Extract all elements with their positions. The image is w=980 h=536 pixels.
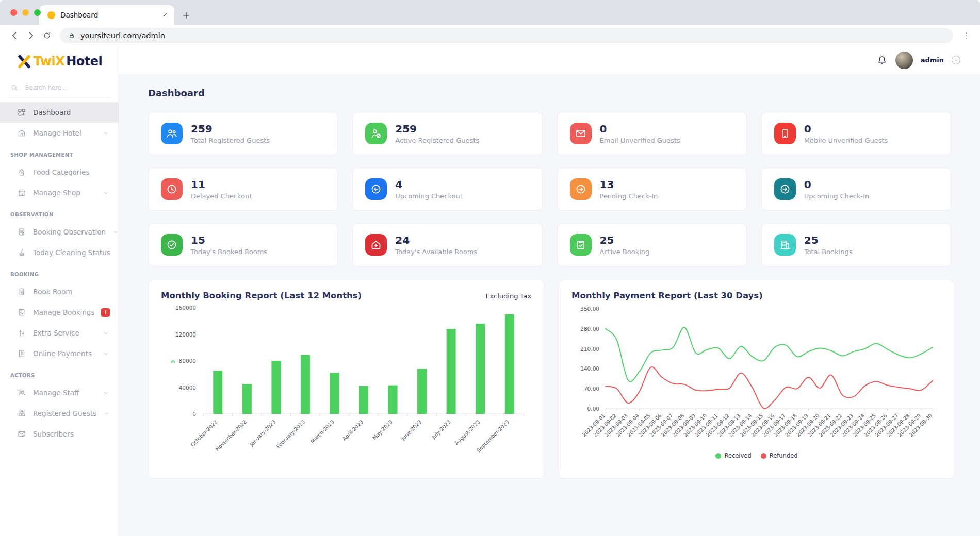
user-check-icon xyxy=(365,123,387,144)
hotel-icon xyxy=(17,128,26,138)
sidebar-item-online-payments[interactable]: Online Payments xyxy=(0,343,119,364)
observation-icon xyxy=(17,227,26,237)
tab-title: Dashboard xyxy=(60,11,157,19)
stat-label: Active Registered Guests xyxy=(395,137,479,144)
stat-card-delayed-checkout: 11Delayed Checkout xyxy=(148,167,338,211)
stat-card-upcoming-check-in: 0Upcoming Check-In xyxy=(761,167,951,211)
stat-label: Pending Check-In xyxy=(600,192,658,200)
legend-label: Received xyxy=(724,452,751,459)
stat-label: Active Booking xyxy=(600,248,650,256)
username[interactable]: admin xyxy=(921,56,944,64)
sidebar-item-manage-staff[interactable]: Manage Staff xyxy=(0,382,119,403)
bar-january-2023 xyxy=(271,361,281,414)
stat-card-active-booking: 25Active Booking xyxy=(557,223,747,266)
sidebar-item-booking-observation[interactable]: Booking Observation xyxy=(0,222,119,242)
stat-card-active-registered-guests: 259Active Registered Guests xyxy=(352,112,542,155)
service-icon xyxy=(17,328,26,338)
svg-text:May-2023: May-2023 xyxy=(371,419,394,441)
sidebar-item-label: Manage Staff xyxy=(33,389,96,397)
stat-value: 0 xyxy=(600,123,680,135)
sidebar-item-today-cleaning-status[interactable]: Today Cleaning Status xyxy=(0,242,119,263)
excluding-tax-note: Excluding Tax xyxy=(485,292,531,300)
mobile-icon xyxy=(774,123,796,144)
back-button[interactable] xyxy=(7,28,22,43)
browser-menu-button[interactable] xyxy=(959,29,973,42)
browser-chrome: Dashboard xyxy=(0,0,980,25)
reload-button[interactable] xyxy=(40,29,54,42)
legend-item-received[interactable]: Received xyxy=(715,452,751,459)
svg-text:January-2023: January-2023 xyxy=(248,419,277,448)
arrow-circle-right-icon xyxy=(570,178,592,200)
stat-label: Today's Booked Rooms xyxy=(191,248,267,256)
address-bar[interactable]: yoursiteurl.com/admin xyxy=(60,28,953,43)
avatar[interactable] xyxy=(895,52,913,69)
sidebar-item-extra-service[interactable]: Extra Service xyxy=(0,323,119,343)
chart-legend: ReceivedRefunded xyxy=(571,452,942,459)
stat-card-today-s-available-rooms: 24Today's Available Rooms xyxy=(352,223,542,266)
legend-item-refunded[interactable]: Refunded xyxy=(761,452,798,459)
new-tab-button[interactable] xyxy=(182,11,191,20)
stat-value: 15 xyxy=(191,234,267,246)
stat-label: Total Bookings xyxy=(804,248,853,256)
sidebar-item-label: Food Categories xyxy=(33,168,109,176)
payment-report-card: Monthly Payment Report (Last 30 Days) 0.… xyxy=(559,280,955,479)
lock-icon xyxy=(68,32,75,39)
chevron-down-icon xyxy=(103,130,109,137)
tab-close-icon[interactable] xyxy=(162,12,168,18)
stat-value: 4 xyxy=(395,179,463,191)
stat-value: 0 xyxy=(804,179,870,191)
search-icon xyxy=(10,83,19,92)
sidebar-item-manage-bookings[interactable]: Manage Bookings! xyxy=(0,302,119,323)
sidebar-item-book-room[interactable]: Book Room xyxy=(0,281,119,302)
svg-text:July-2023: July-2023 xyxy=(430,419,452,441)
user-menu-chevron[interactable] xyxy=(952,56,960,64)
minimize-window-button[interactable] xyxy=(22,9,29,16)
arrow-circle-left-icon xyxy=(365,178,387,200)
bar-september-2023 xyxy=(505,314,514,414)
bar-april-2023 xyxy=(359,386,368,414)
window-controls xyxy=(10,9,41,16)
staff-icon xyxy=(17,388,26,397)
sidebar-section-shop-management: SHOP MANAGEMENT xyxy=(0,143,119,162)
sidebar-item-label: Dashboard xyxy=(33,108,109,116)
sidebar-section-observation: OBSERVATION xyxy=(0,203,119,222)
sidebar-nav: DashboardManage HotelSHOP MANAGEMENTFood… xyxy=(0,98,119,448)
stat-label: Upcoming Check-In xyxy=(804,192,870,200)
close-window-button[interactable] xyxy=(10,9,17,16)
sidebar-item-label: Manage Hotel xyxy=(33,129,96,137)
svg-text:210.00: 210.00 xyxy=(580,346,599,352)
sidebar-item-manage-shop[interactable]: Manage Shop xyxy=(0,182,119,203)
legend-dot xyxy=(715,453,721,459)
stat-value: 259 xyxy=(191,123,270,135)
users-icon xyxy=(161,123,183,144)
svg-text:November-2022: November-2022 xyxy=(215,419,248,453)
sidebar-item-food-categories[interactable]: Food Categories xyxy=(0,162,119,182)
home-plus-icon xyxy=(365,234,387,256)
brand-suffix: Hotel xyxy=(66,54,102,69)
sidebar-item-label: Today Cleaning Status xyxy=(33,248,110,257)
svg-text:80000: 80000 xyxy=(179,358,196,364)
email-icon xyxy=(570,123,592,144)
sidebar-item-manage-hotel[interactable]: Manage Hotel xyxy=(0,123,119,143)
browser-tab[interactable]: Dashboard xyxy=(39,5,174,25)
svg-text:40000: 40000 xyxy=(179,384,196,391)
sidebar-item-subscribers[interactable]: Subscribers xyxy=(0,424,119,444)
sidebar-section-actors: ACTORS xyxy=(0,364,119,382)
stat-value: 13 xyxy=(600,179,658,191)
svg-text:120000: 120000 xyxy=(175,331,196,338)
svg-text:160000: 160000 xyxy=(175,305,196,311)
payment-chart-title: Monthly Payment Report (Last 30 Days) xyxy=(571,291,763,300)
brand-name: TwiX xyxy=(34,54,65,69)
line-chart-svg: 0.0070.00140.00210.00280.00350.002023-09… xyxy=(571,301,942,450)
sidebar-item-dashboard[interactable]: Dashboard xyxy=(0,102,119,123)
food-icon xyxy=(17,167,26,177)
bell-icon[interactable] xyxy=(876,55,888,66)
main-column: admin Dashboard 259Total Registered Gues… xyxy=(119,46,980,536)
sidebar-item-registered-guests[interactable]: Registered Guests xyxy=(0,403,119,424)
url-text: yoursiteurl.com/admin xyxy=(80,31,165,40)
maximize-window-button[interactable] xyxy=(34,9,41,16)
sidebar-item-label: Online Payments xyxy=(33,349,96,358)
forward-button[interactable] xyxy=(24,28,38,43)
brand-logo[interactable]: TwiXHotel xyxy=(0,46,119,76)
search-input[interactable] xyxy=(24,83,101,92)
